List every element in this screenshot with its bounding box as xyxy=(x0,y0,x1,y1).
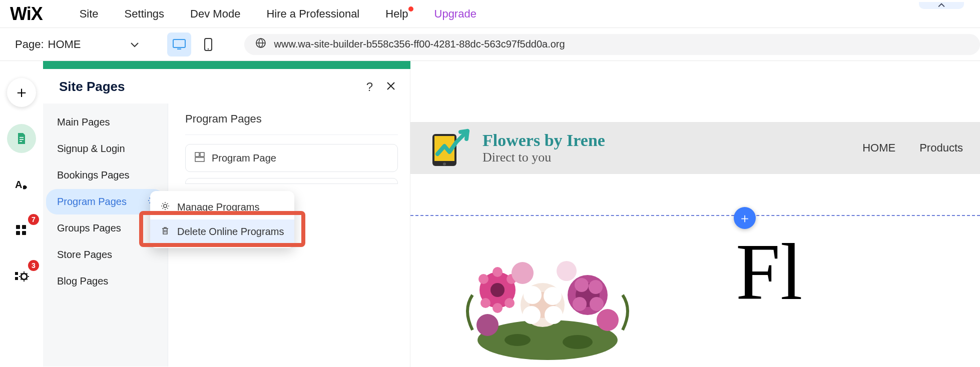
category-signup-login[interactable]: Signup & Login xyxy=(46,136,165,162)
svg-rect-9 xyxy=(16,225,20,229)
device-switcher xyxy=(167,32,220,56)
apps-button[interactable]: 7 xyxy=(7,216,36,245)
nav-products[interactable]: Products xyxy=(919,142,963,154)
url-text: www.wa-site-builder-b558c356-ff00-4281-8… xyxy=(274,38,565,50)
page-selector[interactable]: Page: HOME xyxy=(15,38,139,51)
svg-rect-19 xyxy=(195,158,204,162)
page-tile-program-page[interactable]: Program Page xyxy=(185,144,398,172)
gear-icon xyxy=(160,201,170,214)
design-button[interactable]: A xyxy=(7,170,36,199)
hero-heading-partial: Fl xyxy=(736,226,802,318)
svg-rect-5 xyxy=(20,137,24,138)
category-blog-pages[interactable]: Blog Pages xyxy=(46,268,165,294)
brand-text: Flowers by Irene Direct to you xyxy=(482,131,605,165)
page-tile-label: Program Page xyxy=(212,152,276,164)
svg-point-31 xyxy=(493,267,503,277)
pages-button[interactable] xyxy=(7,124,36,153)
svg-point-49 xyxy=(505,334,531,346)
svg-rect-10 xyxy=(22,225,26,229)
svg-point-30 xyxy=(505,298,515,308)
svg-point-48 xyxy=(476,314,499,336)
flower-image xyxy=(457,225,638,365)
apps-icon xyxy=(15,224,28,237)
category-program-pages-label: Program Pages xyxy=(57,196,127,208)
svg-rect-1 xyxy=(177,48,181,50)
menu-dev-mode[interactable]: Dev Mode xyxy=(190,8,240,20)
svg-point-26 xyxy=(491,283,505,297)
category-program-pages[interactable]: Program Pages xyxy=(46,189,165,214)
desktop-view-button[interactable] xyxy=(167,32,191,56)
tools-icon xyxy=(14,270,29,283)
svg-point-46 xyxy=(557,261,577,281)
site-header: Flowers by Irene Direct to you HOME Prod… xyxy=(410,122,980,174)
svg-rect-0 xyxy=(173,40,185,48)
svg-point-20 xyxy=(164,204,167,208)
menu-help-label: Help xyxy=(385,8,408,20)
page-selector-current: HOME xyxy=(48,38,81,51)
help-icon[interactable]: ? xyxy=(366,80,373,94)
svg-point-3 xyxy=(207,48,208,49)
category-groups-pages[interactable]: Groups Pages xyxy=(46,216,165,241)
context-manage-label: Manage Programs xyxy=(177,202,260,213)
svg-point-50 xyxy=(563,335,593,349)
url-bar[interactable]: www.wa-site-builder-b558c356-ff00-4281-8… xyxy=(244,34,981,55)
context-delete-label: Delete Online Programs xyxy=(177,226,284,238)
layout-icon xyxy=(195,152,205,164)
context-manage-programs[interactable]: Manage Programs xyxy=(150,195,294,220)
menu-help[interactable]: Help xyxy=(385,8,408,20)
collapse-button[interactable] xyxy=(919,2,964,9)
svg-point-29 xyxy=(480,298,491,308)
mobile-view-button[interactable] xyxy=(196,32,220,56)
svg-point-27 xyxy=(478,274,488,284)
svg-point-44 xyxy=(590,297,604,311)
brand-subtitle: Direct to you xyxy=(482,150,605,165)
apps-badge: 7 xyxy=(28,214,39,225)
globe-icon xyxy=(255,38,266,51)
plus-icon: ＋ xyxy=(14,82,30,104)
menu-hire[interactable]: Hire a Professional xyxy=(266,8,359,20)
category-bookings-pages[interactable]: Bookings Pages xyxy=(46,162,165,188)
panel-header: Site Pages ? xyxy=(43,69,410,104)
page-categories: Main Pages Signup & Login Bookings Pages… xyxy=(43,104,168,366)
context-menu: Manage Programs Delete Online Programs xyxy=(150,191,294,248)
site-nav: HOME Products xyxy=(862,142,963,154)
menu-upgrade[interactable]: Upgrade xyxy=(434,8,476,20)
panel-accent-strip xyxy=(43,61,410,69)
tools-button[interactable]: 3 xyxy=(7,262,36,291)
page-selector-label: Page: xyxy=(15,38,44,51)
svg-point-23 xyxy=(443,162,446,166)
svg-rect-12 xyxy=(22,231,26,235)
svg-point-37 xyxy=(523,306,541,324)
page-tile-partial xyxy=(185,178,398,184)
svg-point-32 xyxy=(493,303,503,313)
svg-point-47 xyxy=(597,309,619,331)
top-menu-bar: WiX Site Settings Dev Mode Hire a Profes… xyxy=(0,0,980,28)
nav-home[interactable]: HOME xyxy=(862,142,895,154)
design-icon: A xyxy=(14,177,29,192)
menu-settings[interactable]: Settings xyxy=(125,8,165,20)
wix-logo: WiX xyxy=(10,4,43,24)
plus-icon: ＋ xyxy=(738,210,751,227)
svg-rect-14 xyxy=(15,277,18,280)
chevron-down-icon xyxy=(130,38,139,51)
category-store-pages[interactable]: Store Pages xyxy=(46,242,165,268)
svg-rect-13 xyxy=(15,272,18,275)
section-divider xyxy=(410,215,980,216)
notification-dot-icon xyxy=(408,6,413,12)
page-icon xyxy=(16,132,27,145)
tools-badge: 3 xyxy=(28,260,39,271)
svg-text:A: A xyxy=(15,179,22,190)
add-element-button[interactable]: ＋ xyxy=(7,78,36,107)
close-icon[interactable] xyxy=(386,80,396,94)
svg-point-15 xyxy=(21,274,27,280)
category-main-pages[interactable]: Main Pages xyxy=(46,110,165,135)
section-title: Program Pages xyxy=(185,112,398,126)
svg-point-45 xyxy=(512,262,534,284)
trash-icon xyxy=(160,226,170,238)
context-delete-programs[interactable]: Delete Online Programs xyxy=(150,220,294,244)
left-rail: ＋ A 7 3 xyxy=(0,61,43,367)
svg-rect-17 xyxy=(195,152,199,156)
menu-site[interactable]: Site xyxy=(80,8,99,20)
svg-point-42 xyxy=(589,280,603,294)
svg-point-35 xyxy=(524,286,542,304)
